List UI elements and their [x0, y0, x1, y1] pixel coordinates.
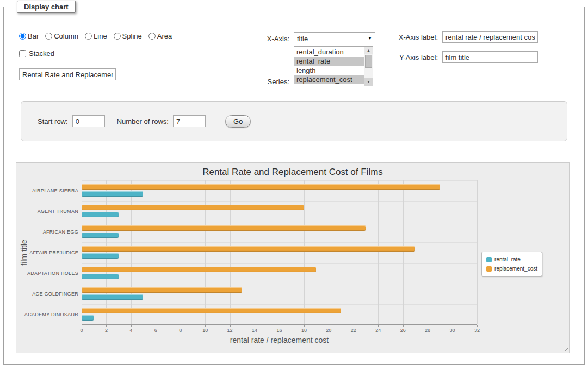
- x-tick-mark: [230, 325, 231, 327]
- x-tick-mark: [453, 325, 453, 327]
- x-tick-label: 0: [80, 328, 83, 333]
- x-tick-label: 20: [326, 328, 331, 333]
- bar-rental_rate: [82, 212, 119, 217]
- x-tick-label: 22: [351, 328, 356, 333]
- series-listbox[interactable]: rental_durationrental_ratelengthreplacem…: [294, 46, 373, 86]
- chart-type-option-area[interactable]: Area: [148, 32, 172, 40]
- series-option-rental_rate[interactable]: rental_rate: [294, 57, 364, 66]
- x-tick-mark: [378, 325, 379, 327]
- chart-type-option-spline[interactable]: Spline: [114, 32, 142, 40]
- bar-replacement_cost: [82, 287, 242, 293]
- gridline: [156, 180, 156, 324]
- x-axis-label-input[interactable]: [442, 31, 538, 43]
- x-tick-mark: [106, 325, 107, 327]
- category-label: AFFAIR PREJUDICE: [16, 242, 78, 263]
- x-tick-mark: [477, 325, 478, 327]
- gridline: [82, 180, 82, 324]
- gridline: [428, 180, 428, 324]
- scroll-up-icon[interactable]: ▲: [364, 47, 373, 54]
- y-axis-label-input[interactable]: [442, 51, 538, 63]
- row-controls-panel: Start row: Number of rows: Go: [21, 101, 567, 141]
- series-option-length[interactable]: length: [294, 66, 364, 75]
- x-axis-label-label: X-Axis label:: [385, 33, 438, 41]
- panel-legend: Display chart: [17, 1, 76, 13]
- bar-replacement_cost: [82, 267, 316, 272]
- resize-handle-icon[interactable]: [562, 346, 568, 352]
- chart-type-option-bar[interactable]: Bar: [19, 32, 39, 40]
- chart-type-label: Bar: [28, 32, 39, 40]
- x-tick-mark: [156, 325, 156, 327]
- chart-type-label: Column: [54, 32, 78, 40]
- stacked-checkbox[interactable]: [19, 50, 26, 57]
- x-tick-mark: [181, 325, 181, 327]
- chart-type-label: Area: [157, 32, 172, 40]
- category-label: AGENT TRUMAN: [16, 201, 78, 222]
- chart-type-radio-line[interactable]: [85, 33, 92, 40]
- chart-container: Rental Rate and Replacement Cost of Film…: [16, 162, 570, 353]
- gridline: [403, 180, 404, 324]
- series-option-replacement_cost[interactable]: replacement_cost: [294, 75, 364, 84]
- legend-item-rental_rate[interactable]: rental_rate: [486, 255, 537, 264]
- gridline: [230, 180, 231, 324]
- display-chart-panel: Display chart BarColumnLineSplineArea St…: [3, 7, 585, 365]
- gridline: [205, 180, 206, 324]
- gridline: [329, 180, 329, 324]
- x-tick-mark: [205, 325, 206, 327]
- chart-type-radio-area[interactable]: [148, 33, 156, 40]
- x-tick-mark: [403, 325, 404, 327]
- bar-replacement_cost: [82, 225, 366, 231]
- legend-label: replacement_cost: [494, 264, 537, 273]
- go-button[interactable]: Go: [225, 115, 251, 128]
- number-of-rows-input[interactable]: [173, 115, 206, 127]
- series-listbox-items: rental_durationrental_ratelengthreplacem…: [294, 47, 364, 84]
- stacked-label: Stacked: [29, 49, 54, 58]
- series-listbox-scrollbar[interactable]: ▲ ▼: [364, 47, 373, 86]
- plot-area: [82, 180, 477, 325]
- category-label: AFRICAN EGG: [16, 222, 78, 242]
- x-tick-mark: [131, 325, 132, 327]
- x-axis-select-label: X-Axis:: [251, 35, 289, 43]
- bar-replacement_cost: [82, 246, 415, 252]
- chart-legend: rental_ratereplacement_cost: [481, 252, 542, 277]
- chart-type-option-column[interactable]: Column: [45, 32, 78, 40]
- chart-type-radio-group: BarColumnLineSplineArea: [19, 32, 172, 40]
- x-tick-label: 4: [129, 328, 132, 333]
- x-tick-label: 16: [276, 328, 282, 333]
- x-tick-mark: [329, 325, 329, 327]
- x-tick-mark: [304, 325, 305, 327]
- category-label: ADAPTATION HOLES: [16, 263, 78, 284]
- x-tick-label: 10: [202, 328, 208, 333]
- stacked-row: Stacked: [19, 49, 54, 58]
- gridline: [453, 180, 453, 324]
- legend-item-replacement_cost[interactable]: replacement_cost: [486, 264, 537, 273]
- bar-rental_rate: [82, 253, 119, 259]
- gridline: [378, 180, 379, 324]
- bar-rental_rate: [82, 274, 119, 279]
- gridline: [477, 180, 478, 324]
- scroll-down-icon[interactable]: ▼: [364, 78, 373, 86]
- scrollbar-thumb[interactable]: [365, 55, 372, 68]
- series-listbox-label: Series:: [251, 78, 289, 86]
- x-axis-title: rental rate / replacement cost: [82, 336, 477, 344]
- x-tick-label: 28: [425, 328, 430, 333]
- chart-title-input[interactable]: [19, 68, 116, 80]
- bar-rental_rate: [82, 294, 143, 300]
- number-of-rows-label: Number of rows:: [117, 117, 169, 126]
- x-tick-mark: [354, 325, 354, 327]
- chart-type-option-line[interactable]: Line: [85, 32, 107, 40]
- start-row-input[interactable]: [72, 115, 105, 127]
- x-axis-select[interactable]: title: [294, 32, 375, 45]
- series-option-rental_duration[interactable]: rental_duration: [294, 47, 364, 57]
- chart-type-radio-column[interactable]: [45, 33, 52, 40]
- bar-replacement_cost: [82, 308, 341, 313]
- gridline: [181, 180, 181, 324]
- x-tick-mark: [428, 325, 428, 327]
- bar-replacement_cost: [82, 205, 304, 210]
- gridline: [255, 180, 255, 324]
- chart-type-radio-spline[interactable]: [114, 33, 121, 40]
- x-tick-label: 30: [450, 328, 455, 333]
- x-tick-mark: [255, 325, 255, 327]
- category-label: ACADEMY DINOSAUR: [16, 304, 78, 325]
- x-tick-label: 32: [474, 328, 480, 333]
- chart-type-radio-bar[interactable]: [19, 33, 26, 40]
